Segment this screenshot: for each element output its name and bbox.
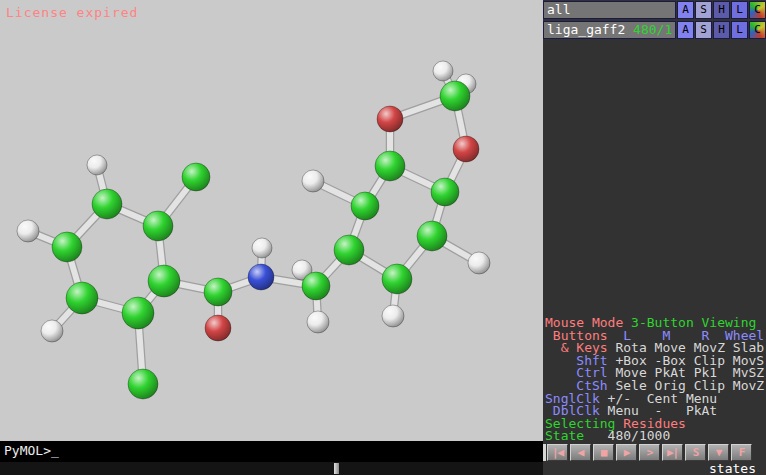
color-menu-button[interactable]: C — [749, 21, 766, 39]
action-menu-button[interactable]: A — [677, 21, 694, 39]
mouse-panel-line: State 480/1000 — [545, 430, 766, 443]
atom-H[interactable] — [41, 320, 63, 342]
atom-H[interactable] — [468, 252, 490, 274]
atom-C[interactable] — [92, 189, 122, 219]
atom-H[interactable] — [302, 170, 324, 192]
movie-btn-play[interactable]: ▶ — [616, 444, 637, 461]
atom-C[interactable] — [334, 235, 364, 265]
command-prompt: PyMOL> — [4, 443, 51, 458]
object-panel: all A S H L C liga_gaff2 480/1 A S H L C — [543, 0, 766, 41]
atom-H[interactable] — [252, 238, 272, 258]
movie-controls: |◀◀■▶>▶|S▼F — [547, 443, 752, 462]
atom-C[interactable] — [302, 272, 330, 300]
hide-menu-button[interactable]: H — [713, 21, 730, 39]
movie-btn-go-to-end[interactable]: ▶| — [662, 444, 683, 461]
atom-N[interactable] — [248, 264, 274, 290]
atom-C[interactable] — [351, 192, 379, 220]
atom-C[interactable] — [204, 278, 232, 306]
object-name-all[interactable]: all — [543, 1, 676, 19]
object-state-count: 480/1 — [633, 22, 672, 37]
atom-C[interactable] — [440, 81, 470, 111]
atom-C[interactable] — [382, 264, 412, 294]
atom-O[interactable] — [205, 315, 231, 341]
states-row: states — [709, 461, 756, 475]
states-label: states — [709, 461, 756, 475]
object-row-liga-gaff2: liga_gaff2 480/1 A S H L C — [543, 21, 766, 39]
atom-C[interactable] — [52, 232, 82, 262]
atom-O[interactable] — [453, 136, 479, 162]
atom-C[interactable] — [431, 178, 459, 206]
movie-btn-step-back[interactable]: ◀ — [570, 444, 591, 461]
atom-C[interactable] — [66, 282, 98, 314]
movie-btn-go-to-start[interactable]: |◀ — [547, 444, 568, 461]
atom-H[interactable] — [433, 61, 453, 81]
atom-Cl[interactable] — [182, 163, 210, 191]
bottom-scrollbar-track[interactable] — [0, 462, 543, 475]
object-row-all: all A S H L C — [543, 1, 766, 19]
movie-btn-s-button[interactable]: S — [685, 444, 706, 461]
viewport-3d[interactable]: License expired — [0, 0, 543, 441]
object-label: liga_gaff2 — [547, 22, 633, 37]
command-caret: _ — [51, 443, 59, 458]
scrollbar-thumb[interactable] — [334, 463, 339, 474]
atom-O[interactable] — [377, 106, 403, 132]
show-menu-button[interactable]: S — [695, 1, 712, 19]
pymol-window: License expired all A S H L C liga_gaff2… — [0, 0, 766, 475]
atom-C[interactable] — [143, 211, 173, 241]
atom-Cl[interactable] — [128, 369, 158, 399]
atom-H[interactable] — [307, 311, 329, 333]
atom-C[interactable] — [148, 265, 180, 297]
movie-btn-f-button[interactable]: F — [731, 444, 752, 461]
action-menu-button[interactable]: A — [677, 1, 694, 19]
sidebar: all A S H L C liga_gaff2 480/1 A S H L C… — [543, 0, 766, 475]
atom-C[interactable] — [375, 151, 405, 181]
atom-C[interactable] — [417, 221, 447, 251]
movie-btn-menu-dropdown[interactable]: ▼ — [708, 444, 729, 461]
atom-C[interactable] — [122, 297, 154, 329]
atom-H[interactable] — [382, 305, 404, 327]
color-menu-button[interactable]: C — [749, 1, 766, 19]
hide-menu-button[interactable]: H — [713, 1, 730, 19]
label-menu-button[interactable]: L — [731, 1, 748, 19]
atom-H[interactable] — [87, 155, 107, 175]
show-menu-button[interactable]: S — [695, 21, 712, 39]
movie-btn-step-forward[interactable]: > — [639, 444, 660, 461]
mouse-panel: Mouse Mode 3-Button Viewing Buttons L M … — [545, 317, 766, 443]
label-menu-button[interactable]: L — [731, 21, 748, 39]
atom-H[interactable] — [17, 220, 39, 242]
movie-btn-stop[interactable]: ■ — [593, 444, 614, 461]
molecule-canvas[interactable] — [0, 0, 543, 441]
object-label: all — [547, 2, 570, 17]
command-bar[interactable]: PyMOL>_ — [0, 441, 543, 462]
license-notice: License expired — [6, 5, 138, 20]
object-name-liga-gaff2[interactable]: liga_gaff2 480/1 — [543, 21, 676, 39]
